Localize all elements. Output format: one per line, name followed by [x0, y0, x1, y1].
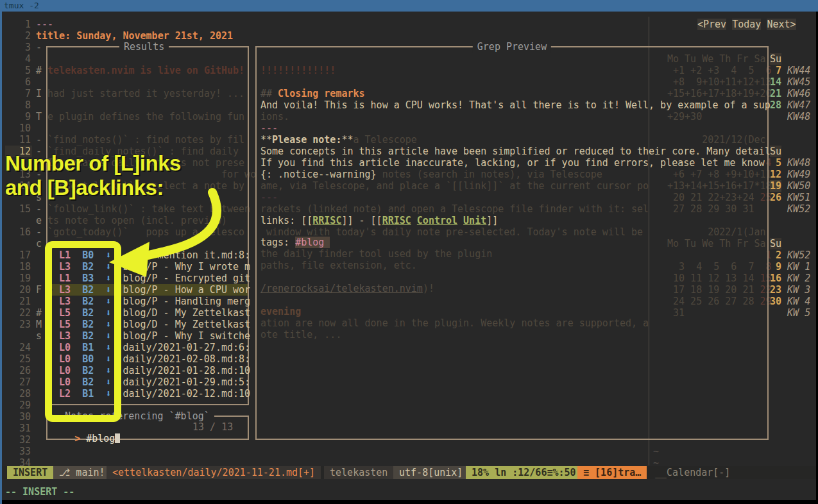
position-segment: 18% ln :12/66≡%:50 — [466, 466, 582, 479]
preview-title: Grep Preview — [473, 41, 551, 53]
text-cursor — [115, 433, 120, 443]
terminal-screen: tmux -2 1 2 3 4 5 6 7 8 9101112131415161… — [0, 0, 818, 504]
buffer-segment: ≡ [16]tra… — [577, 466, 647, 479]
mode-message: -- INSERT -- — [5, 486, 74, 498]
window-title: tmux -2 — [4, 1, 39, 10]
annotation-rectangle — [45, 241, 121, 422]
calendar-window-label: __Calendar[-] — [655, 466, 730, 479]
prompt-caret: > — [74, 433, 86, 444]
annotation-text-line1: Number of [L]inks — [5, 158, 181, 169]
prompt-value: #blog — [86, 433, 115, 444]
result-counter: 13 / 13 — [192, 421, 233, 433]
mode-indicator: INSERT — [7, 466, 53, 479]
statusline: INSERT ⎇ main! <ettelkasten/daily/2021-1… — [2, 466, 816, 479]
annotation-text-line2: and [B]acklinks: — [5, 182, 164, 194]
git-branch-segment: ⎇ main! — [53, 466, 111, 479]
prompt-input[interactable]: > #blog — [51, 421, 120, 433]
filename-segment: <ettelkasten/daily/2021-11-21.md[+] — [107, 466, 321, 479]
plugin-segment: telekasten — [324, 466, 393, 479]
encoding-segment: utf-8[unix] — [393, 466, 468, 479]
